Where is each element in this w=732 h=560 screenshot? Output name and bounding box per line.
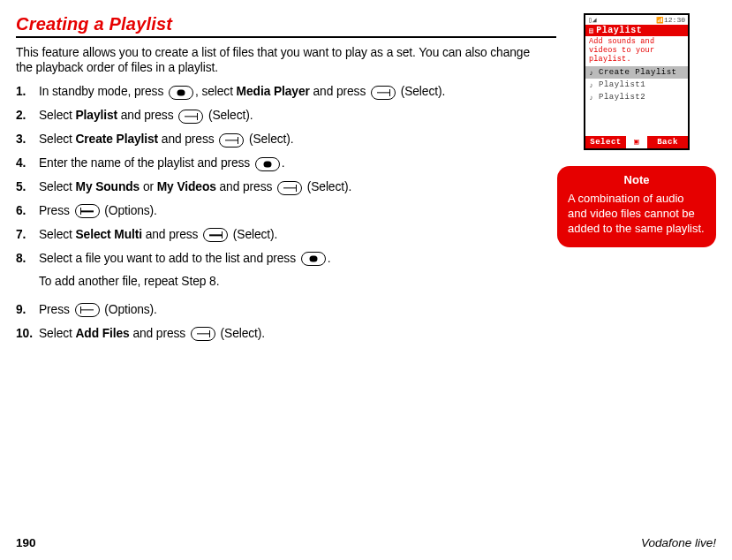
instruction-step: 2.Select Playlist and press (Select).: [16, 108, 536, 124]
phone-softkeys: Select ▣ Back: [585, 136, 688, 148]
page-number: 190: [16, 536, 36, 549]
intro-text: This feature allows you to create a list…: [16, 45, 536, 75]
list-icon: ▤: [589, 26, 593, 34]
left-softkey-icon: [203, 228, 228, 242]
phone-list: ♪Create Playlist♪Playlist1♪Playlist2: [585, 66, 688, 136]
step-number: 1.: [16, 84, 26, 100]
note-title: Note: [568, 173, 706, 188]
phone-list-item: ♪Create Playlist: [585, 66, 688, 79]
step-number: 10.: [16, 326, 33, 342]
right-softkey-icon: [75, 303, 100, 317]
instruction-step: 8.Select a file you want to add to the l…: [16, 251, 536, 290]
softkey-right: Back: [647, 136, 688, 148]
bold-term: Select Multi: [75, 228, 141, 241]
left-softkey-icon: [219, 133, 244, 148]
step-number: 6.: [16, 203, 26, 219]
instruction-list: 1.In standby mode, press , select Media …: [16, 84, 536, 341]
playlist-icon: ♪: [587, 69, 596, 77]
instruction-step: 6.Press (Options).: [16, 203, 536, 219]
left-softkey-icon: [191, 327, 215, 341]
softkey-left: Select: [585, 136, 626, 148]
note-body: A combination of audio and video files c…: [568, 192, 706, 237]
bold-term: My Videos: [157, 180, 216, 193]
phone-item-label: Create Playlist: [599, 68, 677, 77]
softkey-middle: ▣: [626, 136, 647, 148]
phone-preview: ▯◢ 📶12:30 ▤ Playlist Add sounds and vide…: [584, 13, 690, 150]
right-softkey-icon: [75, 204, 100, 218]
step-number: 3.: [16, 132, 26, 148]
footer-brand: Vodafone live!: [641, 536, 716, 549]
phone-hint: Add sounds and videos to your playlist.: [585, 36, 688, 66]
bold-term: My Sounds: [75, 180, 140, 193]
playlist-icon: ♪: [587, 94, 596, 102]
centre-key-icon: [169, 86, 193, 100]
instruction-step: 10.Select Add Files and press (Select).: [16, 326, 536, 342]
bold-term: Create Playlist: [75, 132, 158, 146]
phone-item-label: Playlist2: [599, 93, 645, 102]
main-content: This feature allows you to create a list…: [16, 45, 536, 350]
phone-status-bar: ▯◢ 📶12:30: [585, 15, 688, 25]
phone-list-item: ♪Playlist1: [585, 79, 688, 91]
signal-icon: ▯◢: [588, 16, 597, 24]
step-number: 4.: [16, 155, 26, 171]
instruction-step: 5.Select My Sounds or My Videos and pres…: [16, 179, 536, 195]
phone-title-bar: ▤ Playlist: [585, 25, 688, 36]
instruction-step: 3.Select Create Playlist and press (Sele…: [16, 132, 536, 148]
left-softkey-icon: [277, 181, 302, 195]
step-number: 5.: [16, 179, 26, 195]
centre-key-icon: [255, 157, 280, 171]
bold-term: Playlist: [75, 109, 117, 122]
centre-key-icon: [301, 252, 326, 266]
left-softkey-icon: [178, 110, 203, 124]
bold-term: Add Files: [75, 327, 129, 340]
phone-list-item: ♪Playlist2: [585, 91, 688, 103]
step-number: 7.: [16, 227, 26, 243]
page-footer: 190 Vodafone live!: [16, 536, 716, 549]
phone-item-label: Playlist1: [599, 80, 645, 89]
instruction-step: 4.Enter the name of the playlist and pre…: [16, 155, 536, 171]
step-number: 8.: [16, 251, 26, 267]
playlist-icon: ♪: [587, 81, 596, 89]
step-subtext: To add another file, repeat Step 8.: [39, 274, 536, 290]
instruction-step: 9.Press (Options).: [16, 302, 536, 318]
instruction-step: 1.In standby mode, press , select Media …: [16, 84, 536, 100]
step-number: 9.: [16, 302, 26, 318]
bold-term: Media Player: [237, 85, 310, 98]
step-number: 2.: [16, 108, 26, 124]
phone-time: 📶12:30: [656, 16, 685, 24]
note-box: Note A combination of audio and video fi…: [557, 166, 716, 247]
phone-title-text: Playlist: [596, 26, 642, 35]
instruction-step: 7.Select Select Multi and press (Select)…: [16, 227, 536, 243]
heading-rule: [16, 36, 556, 38]
left-softkey-icon: [371, 86, 396, 100]
